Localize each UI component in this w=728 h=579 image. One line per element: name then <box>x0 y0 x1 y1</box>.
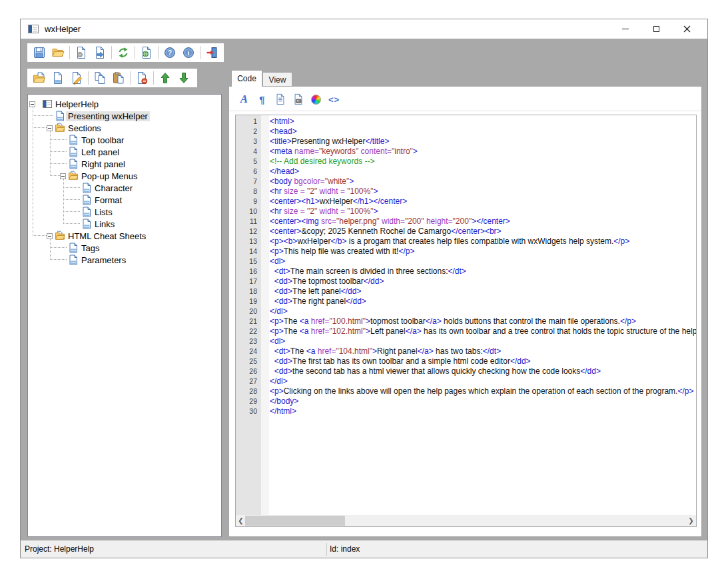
document-icon[interactable] <box>273 93 287 106</box>
svg-text:i: i <box>188 49 190 57</box>
toolbar-separator <box>135 46 135 59</box>
code-line: 12<center>&copy; 2025 Kenneth Rochel de … <box>236 227 696 237</box>
tree-item-label: HTML Cheat Sheets <box>66 231 148 241</box>
open-project-icon[interactable] <box>51 46 65 59</box>
code-line: 6</head> <box>236 167 696 177</box>
tree-connector <box>33 115 54 116</box>
line-number: 22 <box>236 326 259 336</box>
code-line: 17 <dd>The topmost toolbar</dd> <box>236 277 696 287</box>
help-icon[interactable]: ? <box>163 46 177 59</box>
preview-in-browser-icon[interactable] <box>140 46 153 59</box>
code-line: 20</dl> <box>236 306 696 316</box>
tree-item-label: Presenting wxHelper <box>66 111 150 121</box>
paste-icon[interactable] <box>112 71 125 85</box>
tree-connector <box>50 247 67 248</box>
page-icon <box>68 255 79 265</box>
copy-icon[interactable] <box>93 71 107 85</box>
move-up-icon[interactable] <box>159 71 172 85</box>
tree-item-links[interactable]: Links <box>28 218 221 230</box>
save-icon[interactable] <box>33 46 46 59</box>
scroll-left-arrow[interactable]: ❮ <box>236 515 246 526</box>
tree-item-helperhelp[interactable]: HelperHelp <box>28 98 221 110</box>
tree-item-character[interactable]: Character <box>28 182 221 194</box>
delete-page-icon[interactable] <box>135 71 149 85</box>
tree-item-label: Left panel <box>79 147 121 157</box>
image-icon[interactable] <box>291 93 305 106</box>
scrollbar-thumb[interactable] <box>245 516 345 526</box>
tree-item-left-panel[interactable]: Left panel <box>28 146 221 158</box>
line-number: 30 <box>236 406 259 416</box>
expand-toggle-icon[interactable] <box>60 173 66 179</box>
project-settings-icon[interactable] <box>75 46 88 59</box>
tree-item-pop-up-menus[interactable]: Pop-up Menus <box>28 170 221 182</box>
code-tags-icon[interactable]: <> <box>327 93 341 106</box>
colors-icon[interactable] <box>309 93 323 106</box>
editor-toolbar: A ¶ <> <box>229 91 345 108</box>
code-line: 16 <dt>The main screen is divided in thr… <box>236 267 696 277</box>
tree-item-html-cheat-sheets[interactable]: HTML Cheat Sheets <box>28 230 221 242</box>
line-number: 10 <box>236 207 259 217</box>
expand-toggle-icon[interactable] <box>29 101 35 107</box>
editor-toolbar-separator <box>229 111 701 111</box>
line-number: 6 <box>236 167 259 177</box>
tree-item-label: Right panel <box>79 159 127 169</box>
close-button[interactable] <box>671 19 702 39</box>
code-line: 25 <dd>The first tab has its own toolbar… <box>236 356 696 366</box>
folder-icon <box>55 231 65 241</box>
tree-item-top-toolbar[interactable]: Top toolbar <box>28 134 221 146</box>
expand-toggle-icon[interactable] <box>47 233 53 239</box>
app-icon <box>28 25 39 33</box>
code-line: 4<meta name="keywords" content="intro"> <box>236 147 696 157</box>
refresh-icon[interactable] <box>117 46 130 59</box>
about-icon[interactable]: i <box>182 46 195 59</box>
code-line: 27</dl> <box>236 376 696 386</box>
expand-toggle-icon[interactable] <box>47 125 53 131</box>
toolbar-separator <box>158 46 159 59</box>
line-number: 29 <box>236 396 259 406</box>
maximize-button[interactable] <box>641 19 671 39</box>
minimize-icon <box>622 29 629 29</box>
paragraph-icon[interactable]: ¶ <box>255 93 269 106</box>
code-line: 28<p>Clicking on the links above will op… <box>236 386 696 396</box>
code-line: 14<p>This help file was created with it!… <box>236 247 696 257</box>
move-down-icon[interactable] <box>177 71 190 85</box>
line-number: 7 <box>236 177 259 187</box>
page-icon <box>68 243 79 253</box>
tree-item-tags[interactable]: Tags <box>28 242 221 254</box>
code-line: 18 <dd>The left panel</dd> <box>236 287 696 296</box>
exit-icon[interactable] <box>205 46 218 59</box>
tree-item-lists[interactable]: Lists <box>28 206 221 218</box>
scroll-right-arrow[interactable]: ❯ <box>686 515 696 526</box>
add-page-icon[interactable] <box>33 71 46 85</box>
code-line: 15<dl> <box>236 257 696 267</box>
code-line: 24 <dt>The <a href="104.html">Right pane… <box>236 346 696 356</box>
font-icon[interactable]: A <box>237 93 251 106</box>
code-line: 5<!-- Add desired keywords --> <box>236 157 696 167</box>
tree-item-presenting-wxhelper[interactable]: Presenting wxHelper <box>28 110 221 122</box>
tree-connector <box>50 175 60 176</box>
minimize-button[interactable] <box>610 19 641 39</box>
tree-item-label: Tags <box>79 243 101 253</box>
tree-connector <box>50 259 67 260</box>
toolbar-separator <box>153 71 154 85</box>
horizontal-scrollbar[interactable]: ❮ ❯ <box>236 515 696 526</box>
line-number: 25 <box>236 356 259 366</box>
maximize-icon <box>653 26 659 32</box>
edit-page-icon[interactable] <box>70 71 83 85</box>
tab-code[interactable]: Code <box>231 70 262 87</box>
tree-item-sections[interactable]: Sections <box>28 122 221 134</box>
code-line: 1<html> <box>236 117 696 127</box>
export-icon[interactable] <box>93 46 107 59</box>
close-icon <box>683 25 691 33</box>
tree-item-right-panel[interactable]: Right panel <box>28 158 221 170</box>
code-line: 8<hr size = "2" widht = "100%"> <box>236 187 696 197</box>
tab-view[interactable]: View <box>262 72 292 87</box>
new-page-icon[interactable] <box>51 71 65 85</box>
tree-item-parameters[interactable]: Parameters <box>28 254 221 266</box>
code-area[interactable]: 1<html>2<head>3<title>Presenting wxHelpe… <box>236 115 696 515</box>
page-icon <box>81 207 92 217</box>
code-editor[interactable]: 1<html>2<head>3<title>Presenting wxHelpe… <box>235 115 697 527</box>
line-number: 26 <box>236 366 259 376</box>
tree-item-format[interactable]: Format <box>28 194 221 206</box>
tree-item-label: Sections <box>66 123 103 133</box>
